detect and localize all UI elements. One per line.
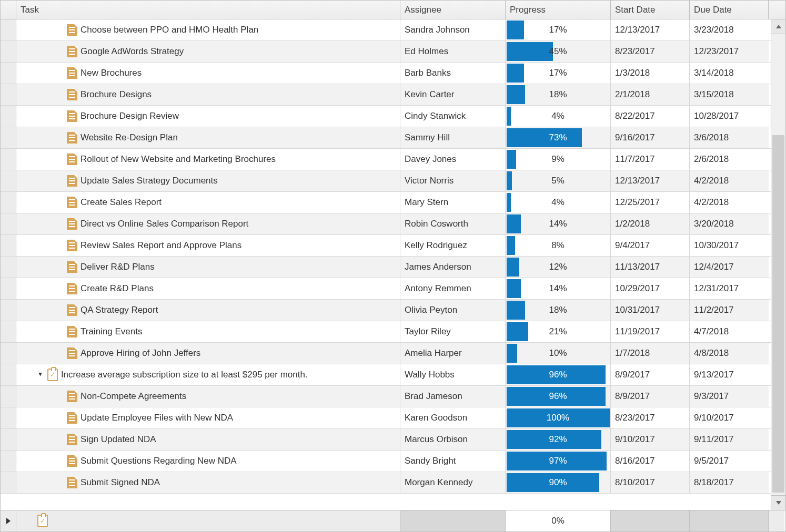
assignee-cell[interactable]: Amelia Harper bbox=[400, 343, 506, 364]
progress-cell[interactable]: 45% bbox=[506, 41, 611, 62]
start-date-cell[interactable]: 11/19/2017 bbox=[611, 321, 690, 342]
start-date-cell[interactable]: 1/2/2018 bbox=[611, 213, 690, 234]
table-row[interactable]: Choose between PPO and HMO Health PlanSa… bbox=[1, 19, 771, 41]
start-date-cell[interactable]: 8/23/2017 bbox=[611, 41, 690, 62]
table-row[interactable]: Create R&D PlansAntony Remmen14%10/29/20… bbox=[1, 278, 771, 300]
progress-cell[interactable]: 14% bbox=[506, 278, 611, 299]
due-date-cell[interactable]: 10/30/2017 bbox=[690, 235, 769, 256]
progress-cell[interactable]: 97% bbox=[506, 451, 611, 472]
start-date-cell[interactable]: 1/7/2018 bbox=[611, 343, 690, 364]
start-date-cell[interactable]: 9/16/2017 bbox=[611, 127, 690, 148]
due-date-cell[interactable]: 9/13/2017 bbox=[690, 364, 769, 385]
progress-cell[interactable]: 14% bbox=[506, 213, 611, 234]
start-date-cell[interactable]: 12/13/2017 bbox=[611, 19, 690, 40]
assignee-cell[interactable]: Davey Jones bbox=[400, 149, 506, 170]
due-date-cell[interactable]: 3/15/2018 bbox=[690, 84, 769, 105]
due-date-cell[interactable]: 12/31/2017 bbox=[690, 278, 769, 299]
task-cell[interactable]: Training Events bbox=[16, 321, 400, 342]
assignee-cell[interactable]: Olivia Peyton bbox=[400, 300, 506, 321]
progress-cell[interactable]: 90% bbox=[506, 472, 611, 493]
progress-cell[interactable]: 17% bbox=[506, 19, 611, 40]
start-date-cell[interactable]: 10/29/2017 bbox=[611, 278, 690, 299]
task-cell[interactable]: Deliver R&D Plans bbox=[16, 257, 400, 278]
due-date-cell[interactable]: 3/14/2018 bbox=[690, 63, 769, 84]
due-date-cell[interactable]: 3/20/2018 bbox=[690, 213, 769, 234]
new-row-progress-cell[interactable]: 0% bbox=[506, 510, 611, 531]
assignee-cell[interactable]: Barb Banks bbox=[400, 63, 506, 84]
progress-cell[interactable]: 17% bbox=[506, 63, 611, 84]
task-cell[interactable]: Create Sales Report bbox=[16, 192, 400, 213]
task-cell[interactable]: Sign Updated NDA bbox=[16, 429, 400, 450]
table-row[interactable]: Rollout of New Website and Marketing Bro… bbox=[1, 149, 771, 170]
task-cell[interactable]: Rollout of New Website and Marketing Bro… bbox=[16, 149, 400, 170]
table-row[interactable]: Direct vs Online Sales Comparison Report… bbox=[1, 213, 771, 235]
task-cell[interactable]: Approve Hiring of John Jeffers bbox=[16, 343, 400, 364]
assignee-cell[interactable]: Morgan Kennedy bbox=[400, 472, 506, 493]
header-due-date[interactable]: Due Date bbox=[690, 1, 769, 19]
table-row[interactable]: Brochure DesignsKevin Carter18%2/1/20183… bbox=[1, 84, 771, 106]
progress-cell[interactable]: 5% bbox=[506, 170, 611, 191]
start-date-cell[interactable]: 12/13/2017 bbox=[611, 170, 690, 191]
start-date-cell[interactable]: 9/10/2017 bbox=[611, 429, 690, 450]
start-date-cell[interactable]: 2/1/2018 bbox=[611, 84, 690, 105]
progress-cell[interactable]: 9% bbox=[506, 149, 611, 170]
task-cell[interactable]: Google AdWords Strategy bbox=[16, 41, 400, 62]
task-cell[interactable]: Update Employee Files with New NDA bbox=[16, 407, 400, 428]
start-date-cell[interactable]: 8/23/2017 bbox=[611, 407, 690, 428]
progress-cell[interactable]: 12% bbox=[506, 257, 611, 278]
progress-cell[interactable]: 8% bbox=[506, 235, 611, 256]
progress-cell[interactable]: 10% bbox=[506, 343, 611, 364]
task-cell[interactable]: Choose between PPO and HMO Health Plan bbox=[16, 19, 400, 40]
start-date-cell[interactable]: 8/16/2017 bbox=[611, 451, 690, 472]
progress-cell[interactable]: 4% bbox=[506, 192, 611, 213]
table-row[interactable]: Submit Questions Regarding New NDASandy … bbox=[1, 451, 771, 472]
due-date-cell[interactable]: 4/7/2018 bbox=[690, 321, 769, 342]
task-cell[interactable]: Direct vs Online Sales Comparison Report bbox=[16, 213, 400, 234]
header-progress[interactable]: Progress bbox=[506, 1, 611, 19]
start-date-cell[interactable]: 10/31/2017 bbox=[611, 300, 690, 321]
task-cell[interactable]: Review Sales Report and Approve Plans bbox=[16, 235, 400, 256]
scroll-thumb[interactable] bbox=[772, 135, 784, 493]
due-date-cell[interactable]: 2/6/2018 bbox=[690, 149, 769, 170]
assignee-cell[interactable]: Sandra Johnson bbox=[400, 19, 506, 40]
due-date-cell[interactable]: 3/6/2018 bbox=[690, 127, 769, 148]
due-date-cell[interactable]: 10/28/2017 bbox=[690, 106, 769, 127]
assignee-cell[interactable]: Antony Remmen bbox=[400, 278, 506, 299]
assignee-cell[interactable]: Sandy Bright bbox=[400, 451, 506, 472]
header-task[interactable]: Task bbox=[16, 1, 400, 19]
table-row[interactable]: Google AdWords StrategyEd Holmes45%8/23/… bbox=[1, 41, 771, 63]
header-assignee[interactable]: Assignee bbox=[400, 1, 506, 19]
new-row-assignee-cell[interactable] bbox=[400, 510, 506, 531]
table-row[interactable]: New BrochuresBarb Banks17%1/3/20183/14/2… bbox=[1, 63, 771, 84]
due-date-cell[interactable]: 4/2/2018 bbox=[690, 170, 769, 191]
new-row-task-cell[interactable]: ✓ bbox=[16, 510, 400, 531]
table-row[interactable]: Update Employee Files with New NDAKaren … bbox=[1, 407, 771, 429]
start-date-cell[interactable]: 11/13/2017 bbox=[611, 257, 690, 278]
assignee-cell[interactable]: Cindy Stanwick bbox=[400, 106, 506, 127]
assignee-cell[interactable]: Brad Jameson bbox=[400, 386, 506, 407]
task-cell[interactable]: Brochure Design Review bbox=[16, 106, 400, 127]
table-row[interactable]: Submit Signed NDAMorgan Kennedy90%8/10/2… bbox=[1, 472, 771, 494]
task-cell[interactable]: Update Sales Strategy Documents bbox=[16, 170, 400, 191]
assignee-cell[interactable]: Mary Stern bbox=[400, 192, 506, 213]
due-date-cell[interactable]: 9/5/2017 bbox=[690, 451, 769, 472]
assignee-cell[interactable]: Wally Hobbs bbox=[400, 364, 506, 385]
start-date-cell[interactable]: 8/9/2017 bbox=[611, 364, 690, 385]
progress-cell[interactable]: 21% bbox=[506, 321, 611, 342]
progress-cell[interactable]: 96% bbox=[506, 386, 611, 407]
due-date-cell[interactable]: 9/10/2017 bbox=[690, 407, 769, 428]
task-cell[interactable]: Website Re-Design Plan bbox=[16, 127, 400, 148]
vertical-scrollbar[interactable] bbox=[771, 19, 785, 510]
assignee-cell[interactable]: Victor Norris bbox=[400, 170, 506, 191]
assignee-cell[interactable]: Kelly Rodriguez bbox=[400, 235, 506, 256]
assignee-cell[interactable]: Ed Holmes bbox=[400, 41, 506, 62]
start-date-cell[interactable]: 12/25/2017 bbox=[611, 192, 690, 213]
expand-toggle-icon[interactable]: ▲ bbox=[37, 372, 43, 378]
header-start-date[interactable]: Start Date bbox=[611, 1, 690, 19]
progress-cell[interactable]: 4% bbox=[506, 106, 611, 127]
new-row-start-cell[interactable] bbox=[611, 510, 690, 531]
table-row[interactable]: Brochure Design ReviewCindy Stanwick4%8/… bbox=[1, 106, 771, 127]
assignee-cell[interactable]: Robin Cosworth bbox=[400, 213, 506, 234]
task-cell[interactable]: Submit Questions Regarding New NDA bbox=[16, 451, 400, 472]
progress-cell[interactable]: 96% bbox=[506, 364, 611, 385]
